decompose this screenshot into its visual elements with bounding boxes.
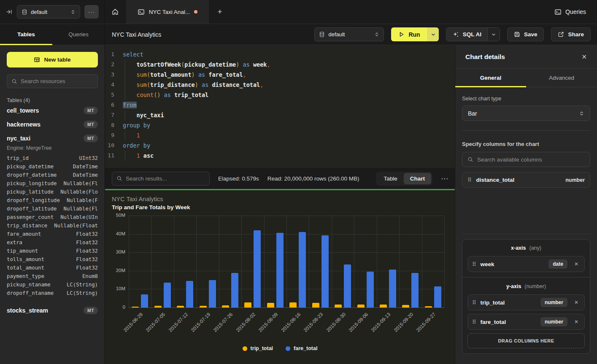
chart-type-select[interactable]: Bar <box>462 105 590 121</box>
share-button[interactable]: Share <box>551 27 591 41</box>
available-column-item[interactable]: ⠿distance_totalnumber <box>462 172 590 188</box>
code-token <box>198 81 202 88</box>
table-list-item[interactable]: hackernewsMT <box>7 117 98 131</box>
sql-ai-button[interactable]: SQL AI <box>446 28 487 41</box>
save-button-label: Save <box>524 31 538 38</box>
line-number: 5 <box>105 90 119 100</box>
axis-column-type-badge: date <box>548 259 567 269</box>
line-code: order by <box>119 140 150 151</box>
sidebar-tab-tables[interactable]: Tables <box>0 24 52 45</box>
table-engine-label: Engine: MergeTree <box>7 145 98 151</box>
drag-handle-icon[interactable]: ⠿ <box>467 177 472 183</box>
new-table-button[interactable]: New table <box>7 52 98 67</box>
table-column-row: dropoff_longitudeNullable(F <box>7 196 98 205</box>
code-token: total_amount <box>150 71 192 78</box>
queries-button[interactable]: Queries <box>554 0 586 24</box>
gridline-v <box>399 216 400 307</box>
query-tab[interactable]: NYC Taxi Anal... <box>125 0 210 24</box>
code-token: 1 <box>137 152 140 159</box>
tab-advanced[interactable]: Advanced <box>526 69 597 87</box>
editor-line: 9 1 <box>105 130 455 140</box>
code-token: as <box>164 92 171 98</box>
drop-zone[interactable]: DRAG COLUMNS HERE <box>467 333 585 348</box>
results-more-button[interactable]: ⋯ <box>441 174 448 183</box>
code-token <box>160 92 164 98</box>
table-list-item[interactable]: stocks_streamMT <box>7 303 98 317</box>
code-token: , <box>243 71 246 78</box>
remove-column-icon[interactable]: ✕ <box>574 261 578 267</box>
y-axis-label: y-axis <box>506 283 521 289</box>
chart-details-header: Chart details ✕ <box>455 45 597 69</box>
table-list-item[interactable]: cell_towersMT <box>7 103 98 117</box>
bar-trip_total <box>312 303 319 307</box>
results-search[interactable] <box>112 172 210 186</box>
collapse-sidebar-icon[interactable] <box>6 8 13 15</box>
code-token: from <box>123 102 137 108</box>
columns-search-input[interactable] <box>477 156 585 163</box>
code-token: sum <box>137 81 147 88</box>
gridline-v <box>129 216 129 307</box>
run-options-button[interactable] <box>427 27 439 41</box>
bar-trip_total <box>222 305 229 307</box>
bar-trip_total <box>244 302 251 307</box>
sidebar-search[interactable] <box>7 74 98 88</box>
code-token: order by <box>123 142 150 149</box>
sql-ai-options-button[interactable] <box>487 28 500 41</box>
editor-line: 10order by <box>105 140 455 151</box>
results-search-input[interactable] <box>126 175 205 182</box>
main-area: NYC Taxi Anal... + Queries NYC Taxi Anal… <box>105 0 597 364</box>
run-button[interactable]: Run <box>391 27 427 41</box>
drag-handle-icon[interactable]: ⠿ <box>472 299 476 306</box>
axis-column-item[interactable]: ⠿fare_totalnumber✕ <box>467 314 585 330</box>
bar-trip_total <box>154 306 162 307</box>
bar-trip_total <box>267 303 274 307</box>
table-list-item[interactable]: nyc_taxiMT <box>7 131 98 145</box>
line-code: from <box>119 100 137 110</box>
search-icon <box>467 156 473 162</box>
sidebar-more-button[interactable]: ··· <box>84 5 99 19</box>
axis-column-item[interactable]: ⠿trip_totalnumber✕ <box>467 294 585 310</box>
gridline-v <box>444 216 445 307</box>
tab-general[interactable]: General <box>455 69 526 87</box>
code-token: trip_distance <box>150 81 195 88</box>
drag-handle-icon[interactable]: ⠿ <box>472 261 476 267</box>
y-axis-tick: 20M <box>106 268 125 273</box>
y-axis-tick: 50M <box>106 213 125 218</box>
save-button[interactable]: Save <box>507 27 544 41</box>
drag-handle-icon[interactable]: ⠿ <box>472 319 476 325</box>
columns-search[interactable] <box>462 152 590 167</box>
sidebar-tab-queries[interactable]: Queries <box>52 24 105 45</box>
toolbar-database-selector[interactable]: default <box>314 27 384 41</box>
play-icon <box>398 31 405 38</box>
sparkle-icon <box>452 31 459 38</box>
legend-item-trip_total[interactable]: trip_total <box>243 345 273 351</box>
legend-dot <box>286 346 290 351</box>
code-token: ( <box>147 71 150 78</box>
database-icon <box>319 31 325 38</box>
view-toggle-chart[interactable]: Chart <box>404 173 431 184</box>
indent-guide <box>125 130 125 140</box>
home-button[interactable] <box>105 0 125 24</box>
share-icon <box>558 31 564 38</box>
sql-editor[interactable]: 1select2 toStartOfWeek(pickup_datetime) … <box>105 45 455 168</box>
line-number: 2 <box>105 59 119 70</box>
bar-fare_total <box>299 232 306 307</box>
axis-column-item[interactable]: ⠿weekdate✕ <box>467 256 585 272</box>
sidebar: default ··· Tables Queries New table <box>0 0 105 364</box>
code-token: week <box>253 61 267 68</box>
specify-columns-label: Specify columns for the chart <box>462 141 590 147</box>
legend-item-fare_total[interactable]: fare_total <box>286 345 317 351</box>
remove-column-icon[interactable]: ✕ <box>574 319 578 325</box>
tab-strip: NYC Taxi Anal... + Queries <box>105 0 597 24</box>
remove-column-icon[interactable]: ✕ <box>574 299 578 305</box>
code-token: nyc_taxi <box>137 112 164 119</box>
code-token: , <box>260 81 263 88</box>
database-selector[interactable]: default <box>17 5 80 19</box>
sidebar-search-input[interactable] <box>21 78 93 84</box>
app-root: default ··· Tables Queries New table <box>0 0 597 364</box>
new-tab-button[interactable]: + <box>210 0 230 24</box>
table-column-row: passenger_countNullable(UIn <box>7 213 98 221</box>
close-icon[interactable]: ✕ <box>581 53 587 61</box>
indent-guide <box>125 59 125 70</box>
view-toggle-table[interactable]: Table <box>377 173 403 184</box>
